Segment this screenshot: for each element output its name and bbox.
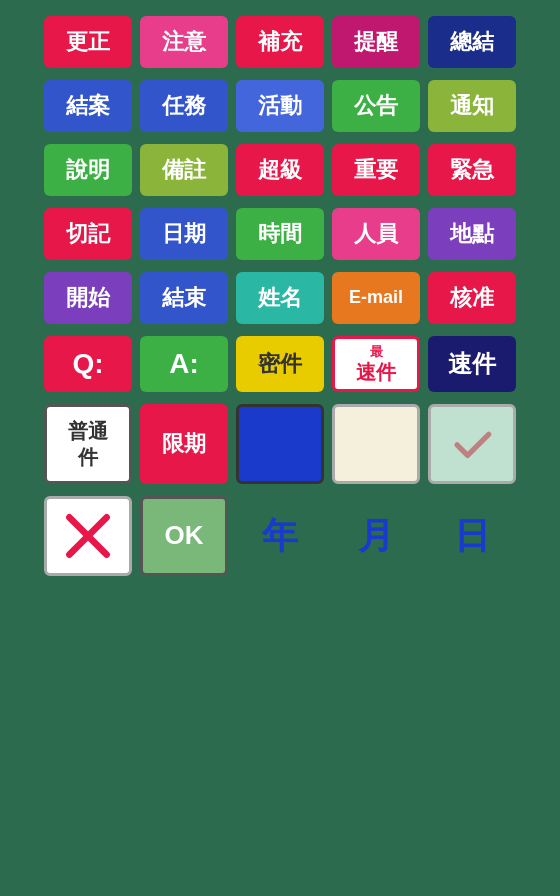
badge-ok[interactable]: OK <box>140 496 228 576</box>
badge-day[interactable]: 日 <box>428 496 516 576</box>
badge-hejun[interactable]: 核准 <box>428 272 516 324</box>
badge-huodong[interactable]: 活動 <box>236 80 324 132</box>
badge-shijian[interactable]: 時間 <box>236 208 324 260</box>
row-4: 切記 日期 時間 人員 地點 <box>44 208 516 260</box>
badge-renwu[interactable]: 任務 <box>140 80 228 132</box>
badge-didian[interactable]: 地點 <box>428 208 516 260</box>
badge-jiji[interactable]: 緊急 <box>428 144 516 196</box>
badge-gengzheng[interactable]: 更正 <box>44 16 132 68</box>
badge-renyuan[interactable]: 人員 <box>332 208 420 260</box>
badge-fastest[interactable]: 最 速件 <box>332 336 420 392</box>
badge-qiemi[interactable]: 切記 <box>44 208 132 260</box>
badge-tongzhi[interactable]: 通知 <box>428 80 516 132</box>
badge-x[interactable] <box>44 496 132 576</box>
badge-email[interactable]: E-mail <box>332 272 420 324</box>
badge-a[interactable]: A: <box>140 336 228 392</box>
badge-blank[interactable] <box>332 404 420 484</box>
checkmark-icon <box>450 422 494 466</box>
row-7: 普通 件 限期 <box>44 404 516 484</box>
row-8: OK 年 月 日 <box>44 496 516 576</box>
row-6: Q: A: 密件 最 速件 速件 <box>44 336 516 392</box>
badge-tixing[interactable]: 提醒 <box>332 16 420 68</box>
badge-zhuyi[interactable]: 注意 <box>140 16 228 68</box>
row-1: 更正 注意 補充 提醒 總結 <box>44 16 516 68</box>
badge-kaishi[interactable]: 開始 <box>44 272 132 324</box>
badge-riqi[interactable]: 日期 <box>140 208 228 260</box>
badge-q[interactable]: Q: <box>44 336 132 392</box>
x-icon <box>60 508 116 564</box>
row-2: 結案 任務 活動 公告 通知 <box>44 80 516 132</box>
badge-jian[interactable]: 結案 <box>44 80 132 132</box>
badge-zhongyao[interactable]: 重要 <box>332 144 420 196</box>
badge-zongjie[interactable]: 總結 <box>428 16 516 68</box>
badge-buchong[interactable]: 補充 <box>236 16 324 68</box>
badge-shuoming[interactable]: 說明 <box>44 144 132 196</box>
badge-gonggao[interactable]: 公告 <box>332 80 420 132</box>
badge-month[interactable]: 月 <box>332 496 420 576</box>
badge-beizhu[interactable]: 備註 <box>140 144 228 196</box>
badge-putong[interactable]: 普通 件 <box>44 404 132 484</box>
row-3: 說明 備註 超級 重要 緊急 <box>44 144 516 196</box>
badge-sujian[interactable]: 速件 <box>428 336 516 392</box>
badge-jieshu[interactable]: 結束 <box>140 272 228 324</box>
badge-chaoji[interactable]: 超級 <box>236 144 324 196</box>
badge-mijan[interactable]: 密件 <box>236 336 324 392</box>
badge-xingming[interactable]: 姓名 <box>236 272 324 324</box>
badge-year[interactable]: 年 <box>236 496 324 576</box>
badge-solid-blue[interactable] <box>236 404 324 484</box>
row-5: 開始 結束 姓名 E-mail 核准 <box>44 272 516 324</box>
badge-xianqi[interactable]: 限期 <box>140 404 228 484</box>
badge-check[interactable] <box>428 404 516 484</box>
